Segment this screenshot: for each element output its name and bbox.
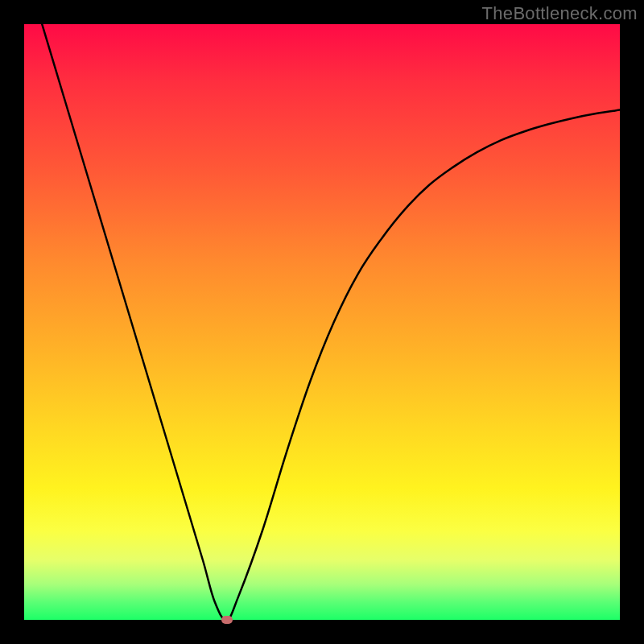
plot-area (24, 24, 620, 620)
minimum-marker (221, 616, 233, 624)
bottleneck-curve (42, 24, 620, 620)
chart-frame: TheBottleneck.com (0, 0, 644, 644)
watermark-text: TheBottleneck.com (482, 3, 638, 24)
curve-svg (24, 24, 620, 620)
